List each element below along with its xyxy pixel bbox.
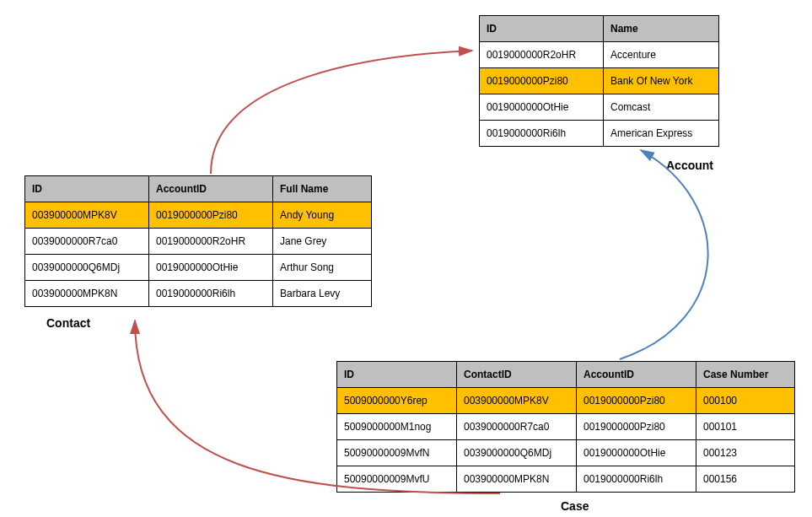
cell-accountid: 0019000000Ri6lh [149, 281, 273, 307]
table-row: 5009000000M1nog 0039000000R7ca0 00190000… [337, 414, 795, 440]
contact-table: ID AccountID Full Name 003900000MPK8V 00… [24, 175, 372, 307]
table-row: 5009000000Y6rep 003900000MPK8V 001900000… [337, 388, 795, 414]
cell-id: 0039000000Q6MDj [25, 255, 149, 281]
table-row: 0019000000Ri6lh American Express [480, 121, 719, 147]
case-caption: Case [561, 499, 589, 513]
col-contactid: ContactID [457, 362, 577, 388]
cell-casenumber: 000100 [696, 388, 795, 414]
cell-contactid: 003900000MPK8N [457, 466, 577, 493]
cell-accountid: 0019000000OtHie [149, 255, 273, 281]
table-row: 0019000000OtHie Comcast [480, 94, 719, 121]
cell-name: Comcast [604, 94, 719, 121]
cell-fullname: Andy Young [273, 202, 372, 229]
table-row: 0039000000R7ca0 0019000000R2oHR Jane Gre… [25, 229, 372, 255]
cell-contactid: 0039000000R7ca0 [457, 414, 577, 440]
cell-id: 50090000009MvfU [337, 466, 457, 493]
cell-fullname: Jane Grey [273, 229, 372, 255]
cell-id: 0019000000OtHie [480, 94, 604, 121]
cell-id: 0039000000R7ca0 [25, 229, 149, 255]
case-table: ID ContactID AccountID Case Number 50090… [336, 361, 795, 493]
table-row: 0019000000Pzi80 Bank Of New York [480, 68, 719, 94]
cell-accountid: 0019000000Ri6lh [577, 466, 696, 493]
col-fullname: Full Name [273, 176, 372, 202]
table-row: 003900000MPK8V 0019000000Pzi80 Andy Youn… [25, 202, 372, 229]
account-table: ID Name 0019000000R2oHR Accenture 001900… [479, 15, 719, 147]
col-id: ID [337, 362, 457, 388]
col-accountid: AccountID [577, 362, 696, 388]
cell-name: Bank Of New York [604, 68, 719, 94]
cell-accountid: 0019000000Pzi80 [577, 414, 696, 440]
cell-id: 50090000009MvfN [337, 440, 457, 466]
cell-casenumber: 000101 [696, 414, 795, 440]
cell-contactid: 0039000000Q6MDj [457, 440, 577, 466]
cell-id: 0019000000Ri6lh [480, 121, 604, 147]
col-id: ID [25, 176, 149, 202]
col-name: Name [604, 16, 719, 42]
col-casenumber: Case Number [696, 362, 795, 388]
cell-casenumber: 000123 [696, 440, 795, 466]
table-row: 003900000MPK8N 0019000000Ri6lh Barbara L… [25, 281, 372, 307]
cell-id: 003900000MPK8V [25, 202, 149, 229]
table-header-row: ID Name [480, 16, 719, 42]
cell-fullname: Arthur Song [273, 255, 372, 281]
cell-name: American Express [604, 121, 719, 147]
table-header-row: ID AccountID Full Name [25, 176, 372, 202]
cell-accountid: 0019000000Pzi80 [149, 202, 273, 229]
cell-accountid: 0019000000OtHie [577, 440, 696, 466]
cell-id: 003900000MPK8N [25, 281, 149, 307]
arrow-contact-to-account [211, 51, 472, 174]
table-row: 0019000000R2oHR Accenture [480, 42, 719, 68]
cell-name: Accenture [604, 42, 719, 68]
table-header-row: ID ContactID AccountID Case Number [337, 362, 795, 388]
cell-id: 0019000000Pzi80 [480, 68, 604, 94]
cell-accountid: 0019000000R2oHR [149, 229, 273, 255]
table-row: 50090000009MvfU 003900000MPK8N 001900000… [337, 466, 795, 493]
col-accountid: AccountID [149, 176, 273, 202]
table-row: 50090000009MvfN 0039000000Q6MDj 00190000… [337, 440, 795, 466]
contact-caption: Contact [46, 316, 90, 330]
col-id: ID [480, 16, 604, 42]
cell-fullname: Barbara Levy [273, 281, 372, 307]
cell-casenumber: 000156 [696, 466, 795, 493]
cell-id: 5009000000Y6rep [337, 388, 457, 414]
account-caption: Account [666, 159, 713, 172]
table-row: 0039000000Q6MDj 0019000000OtHie Arthur S… [25, 255, 372, 281]
cell-id: 5009000000M1nog [337, 414, 457, 440]
cell-id: 0019000000R2oHR [480, 42, 604, 68]
cell-contactid: 003900000MPK8V [457, 388, 577, 414]
arrow-case-to-account [620, 150, 708, 359]
cell-accountid: 0019000000Pzi80 [577, 388, 696, 414]
